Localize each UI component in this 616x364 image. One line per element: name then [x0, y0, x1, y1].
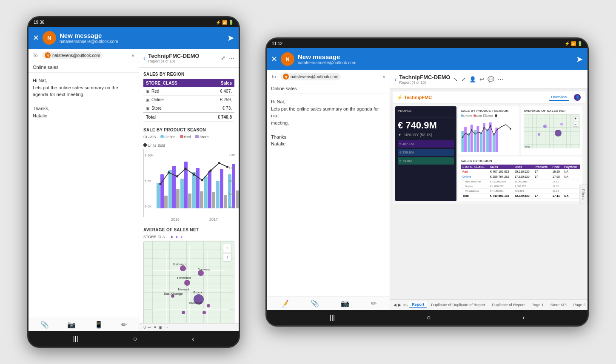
page-tab-dup-dup[interactable]: Duplicate of Duplicate of Report: [428, 302, 488, 308]
cell-city-boston: Boston: [461, 184, 488, 189]
recipient-chip[interactable]: N natstevens@outlook.com: [42, 51, 103, 59]
mini-zoom-out[interactable]: −: [573, 122, 578, 127]
email-header-info: New message nataleemanuelle@outlook.com: [60, 32, 224, 44]
small-status-icons: ⚡ 📶 🔋: [216, 20, 234, 25]
zoom-in-button[interactable]: +: [223, 253, 231, 262]
cell-total-sales: € 740,8: [203, 113, 234, 122]
user-icon[interactable]: 👤: [469, 76, 476, 82]
cell-online-sales: € 259,: [203, 96, 234, 104]
email-body[interactable]: Hi Nat, Lets put the online sales summar…: [29, 73, 139, 318]
filters-tab[interactable]: Filters: [579, 184, 587, 204]
large-email-subject[interactable]: Online sales: [267, 83, 390, 94]
zoom-out-button[interactable]: −: [223, 244, 231, 252]
nav-menu-icon[interactable]: |||: [73, 335, 78, 343]
cell-sales-nyc: € 222,062,821: [488, 179, 513, 184]
email-subject[interactable]: Online sales: [29, 62, 139, 73]
body-line-1: Hi Nat,: [33, 77, 134, 84]
attach-icon[interactable]: 📎: [40, 321, 49, 329]
pbi-header: ⚡ TechnipFMC Overview 👤: [393, 91, 585, 104]
large-status-icons: ⚡ 📶 🔋: [565, 41, 582, 46]
legend-online: Online: [160, 135, 176, 139]
large-report-nav-bottom: ◀ ▶ ds) Report Duplicate of Duplicate of…: [390, 299, 587, 310]
people-change: ▼ -10% Y/Y (52.1K): [398, 133, 454, 137]
report-content[interactable]: SALES BY REGION STORE_CLASS Sales ▣Red €…: [139, 68, 239, 323]
report-header: ‹ TechnipFMC-DEMO Report (4 of 10) ⤢ ⋯: [139, 49, 239, 68]
kpi-red: € 407.1M: [398, 140, 454, 148]
expand-icon[interactable]: ⤢: [221, 55, 225, 61]
mini-map-zoom: + −: [573, 116, 578, 127]
label-east-orange: East Orange: [164, 292, 183, 296]
nav-back-icon[interactable]: ‹: [192, 335, 194, 343]
large-close-button[interactable]: ✕: [271, 54, 277, 64]
svg-rect-11: [468, 133, 470, 152]
to-chevron-icon[interactable]: ∨: [131, 53, 134, 58]
large-send-button[interactable]: ➤: [576, 54, 583, 64]
bar-online-6: [216, 181, 220, 208]
large-nav-menu-icon[interactable]: |||: [330, 314, 335, 321]
map-zoom-controls: − +: [223, 244, 231, 262]
report-back-button[interactable]: ‹: [143, 54, 145, 62]
export-icon[interactable]: ⤢: [461, 76, 466, 82]
send-button[interactable]: ➤: [227, 33, 234, 43]
large-nav-home-icon[interactable]: ○: [427, 314, 431, 321]
large-report-title-group: TechnipFMC-DEMO Report (4 of 10): [399, 74, 450, 85]
nav-filter-icon[interactable]: ▼: [153, 325, 157, 330]
sales-by-region-title: SALES BY REGION: [143, 72, 234, 77]
cell-store: ▣Store: [143, 104, 203, 113]
overflow-icon[interactable]: ⋯: [498, 76, 503, 82]
large-photo-icon[interactable]: 📷: [341, 299, 349, 307]
nav-page-icon[interactable]: ▣: [159, 325, 163, 330]
large-recipient-chip[interactable]: N natstevens@outlook.com: [280, 73, 341, 80]
page-tab-report[interactable]: Report: [409, 301, 427, 308]
share-icon[interactable]: ⤡: [453, 76, 458, 82]
more-report-icon[interactable]: ⋯: [229, 55, 234, 61]
chart-legend: CLASS Online Red Store Units Sold: [143, 135, 234, 148]
page-next-icon[interactable]: ▶: [398, 303, 401, 307]
page-tab-page1[interactable]: Page 1: [529, 302, 546, 308]
bar-store-6: [224, 195, 227, 208]
cell-units-philly: 473,864: [513, 189, 533, 193]
map-container: Mahwah Paterson Yonkers East Orange Newa…: [143, 241, 234, 323]
mini-zoom-in[interactable]: +: [573, 116, 578, 121]
more-icon[interactable]: ✏: [121, 321, 127, 329]
pbi-table-row-red: Red € 407,106,832 29,216,520 17 16.99 NA: [461, 169, 580, 174]
large-attach-icon[interactable]: 📎: [311, 299, 319, 307]
chart-x-labels: 2016 2017: [143, 217, 234, 222]
page-tab-page2[interactable]: Page 2: [571, 302, 587, 308]
recipient-email: natstevens@outlook.com: [52, 53, 100, 58]
large-draw-icon[interactable]: ✏: [371, 299, 376, 307]
email-to-row: To N natstevens@outlook.com ∨: [29, 49, 139, 62]
bar-store-2: [176, 189, 180, 208]
nav-prev-icon[interactable]: 🗨: [143, 325, 146, 330]
cell-total-lbl: Total: [461, 193, 488, 199]
bar-group-3: [180, 162, 191, 208]
cell-red-sales: € 407,: [203, 87, 234, 96]
large-to-chevron-icon[interactable]: ∨: [382, 74, 385, 79]
page-ds[interactable]: ds): [403, 303, 408, 307]
large-email-body[interactable]: Hi Nat, Lets put the online sales summar…: [267, 94, 390, 296]
photo-icon[interactable]: 📷: [67, 321, 76, 329]
comment-icon[interactable]: 💬: [488, 76, 494, 82]
nav-undo-icon[interactable]: ↩: [148, 325, 151, 330]
camera-icon[interactable]: 📱: [94, 321, 103, 329]
close-button[interactable]: ✕: [33, 33, 39, 43]
large-report-back[interactable]: ‹: [394, 76, 396, 83]
pbi-tab-overview[interactable]: Overview: [549, 94, 569, 101]
large-email-from: nataleemanuelle@outlook.com: [298, 60, 573, 65]
cell-price-philly: 17.24: [550, 189, 562, 193]
refresh-icon[interactable]: ↩: [479, 76, 484, 82]
large-compose-icon[interactable]: 📝: [280, 299, 289, 307]
nav-home-icon[interactable]: ○: [133, 335, 137, 343]
bar-store-5: [212, 192, 215, 208]
large-nav-back-icon[interactable]: ‹: [522, 314, 525, 321]
page-prev-icon[interactable]: ◀: [394, 303, 396, 307]
nav-more-icon[interactable]: ⋯: [164, 325, 168, 330]
bar-chart-wrapper: € 10K€ 5K€ 0K 2.0M1.8M1.6M1.4M1.2M: [143, 149, 234, 222]
kpi-store: € 74.0M: [398, 157, 454, 165]
page-tab-storekpi[interactable]: Store KPi: [548, 302, 569, 308]
cell-empty-1: [533, 179, 551, 184]
cell-empty-2: [562, 179, 580, 184]
bar-online-5: [204, 176, 208, 208]
page-tab-dup[interactable]: Duplicate of Report: [489, 302, 527, 308]
svg-point-24: [490, 125, 491, 127]
